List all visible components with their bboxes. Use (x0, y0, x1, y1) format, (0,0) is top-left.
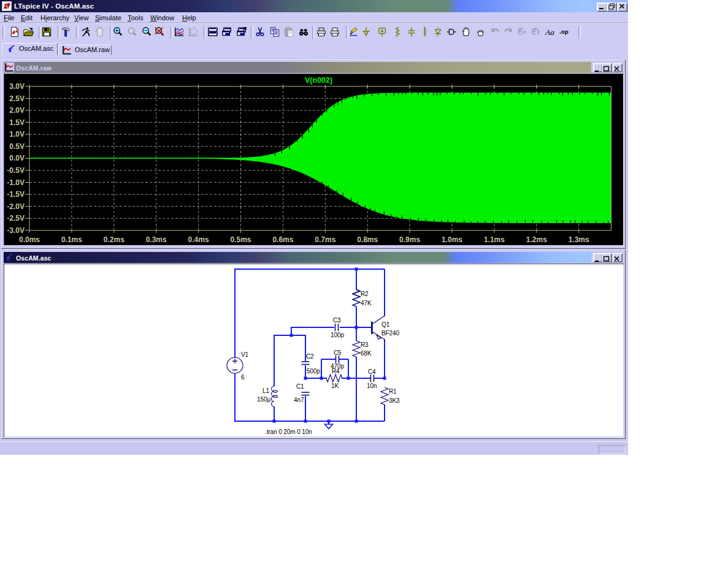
svg-text:0.1ms: 0.1ms (61, 235, 82, 244)
svg-text:L1: L1 (262, 387, 269, 394)
svg-text:V(n002): V(n002) (305, 76, 332, 85)
svg-text:1.2ms: 1.2ms (526, 235, 547, 244)
svg-text:2.5V: 2.5V (9, 94, 25, 103)
svg-text:10n: 10n (367, 383, 377, 389)
svg-text:4n7: 4n7 (294, 397, 304, 403)
svg-text:BF240: BF240 (381, 330, 400, 337)
svg-text:Aa: Aa (545, 28, 554, 37)
svg-text:0.0ms: 0.0ms (19, 235, 40, 244)
svg-text:0.7ms: 0.7ms (315, 235, 335, 244)
svg-text:0.8ms: 0.8ms (357, 235, 378, 244)
svg-text:3.0V: 3.0V (9, 82, 25, 91)
svg-text:R3: R3 (361, 341, 369, 348)
svg-text:1.0V: 1.0V (9, 130, 25, 139)
svg-text:0.5V: 0.5V (9, 142, 25, 151)
svg-text:0.2ms: 0.2ms (104, 235, 125, 244)
svg-text:-2.5V: -2.5V (7, 214, 25, 223)
svg-text:0.9ms: 0.9ms (399, 235, 420, 244)
svg-text:R1: R1 (389, 388, 397, 395)
svg-text:6: 6 (241, 374, 245, 381)
svg-text:C1: C1 (296, 383, 304, 390)
svg-text:3K3: 3K3 (389, 397, 400, 404)
svg-text:-0.5V: -0.5V (7, 166, 25, 175)
svg-text:A: A (380, 28, 384, 34)
svg-text:-1.0V: -1.0V (7, 178, 25, 187)
svg-text:500p: 500p (307, 368, 320, 375)
svg-text:-1.5V: -1.5V (7, 190, 25, 199)
svg-text:-2.0V: -2.0V (7, 202, 25, 211)
svg-text:1.3ms: 1.3ms (569, 235, 589, 244)
svg-text:C5: C5 (334, 349, 342, 356)
svg-text:0.6ms: 0.6ms (272, 235, 293, 244)
svg-text:1.1ms: 1.1ms (484, 235, 505, 244)
svg-text:-3.0V: -3.0V (7, 226, 25, 235)
svg-text:Q1: Q1 (381, 321, 390, 328)
svg-text:1.0ms: 1.0ms (442, 235, 462, 244)
svg-text:R2: R2 (361, 291, 369, 297)
svg-text:V1: V1 (241, 351, 249, 358)
svg-text:0.3ms: 0.3ms (146, 235, 167, 244)
svg-text:1K: 1K (331, 383, 339, 389)
svg-text:.op: .op (559, 28, 569, 35)
svg-text:R4: R4 (332, 368, 340, 375)
svg-text:100p: 100p (331, 332, 344, 338)
svg-text:0.0V: 0.0V (9, 154, 25, 162)
svg-text:.tran 0 20m 0 10n: .tran 0 20m 0 10n (265, 429, 312, 435)
svg-text:68K: 68K (361, 350, 372, 357)
svg-text:C4: C4 (368, 368, 376, 375)
svg-text:47K: 47K (361, 300, 372, 307)
svg-text:1.5V: 1.5V (9, 118, 25, 127)
svg-text:C3: C3 (333, 317, 341, 324)
svg-text:0.5ms: 0.5ms (230, 235, 251, 244)
svg-text:C2: C2 (306, 353, 314, 360)
svg-text:2.0V: 2.0V (9, 106, 25, 115)
svg-text:150µ: 150µ (257, 396, 270, 403)
svg-text:0.4ms: 0.4ms (188, 235, 209, 244)
